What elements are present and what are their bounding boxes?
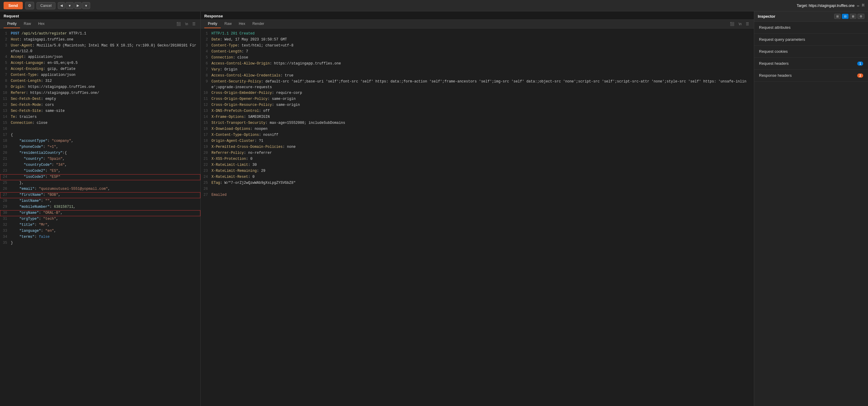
line-num: 14 xyxy=(2,114,11,120)
response-line-22: 22X-RateLimit-Limit: 30 xyxy=(201,162,754,168)
next-dropdown[interactable]: ▼ xyxy=(82,2,90,9)
inspector-item-0[interactable]: Request attributes xyxy=(754,22,868,34)
newline-icon[interactable]: \n xyxy=(184,21,189,27)
response-line-16: 16X-Download-Options: noopen xyxy=(201,126,754,132)
line-num: 8 xyxy=(2,78,11,84)
line-num: 21 xyxy=(2,156,11,162)
line-num: 7 xyxy=(203,67,212,73)
request-line-24: 24 "isoCode3": "ESP" xyxy=(0,174,200,180)
line-content: "firstName": "BOB", xyxy=(11,192,198,198)
line-content: } xyxy=(11,240,198,246)
request-line-28: 28 "lastName": "", xyxy=(0,198,200,204)
tab-request-raw[interactable]: Raw xyxy=(20,20,34,28)
response-line-21: 21X-XSS-Protection: 0 xyxy=(201,156,754,162)
send-button[interactable]: Send xyxy=(4,2,23,9)
line-content: Cross-Origin-Opener-Policy: same-origin xyxy=(212,96,751,102)
inspector-item-4[interactable]: Response headers2 xyxy=(754,69,868,82)
line-num: 2 xyxy=(2,37,11,43)
line-num: 5 xyxy=(203,55,212,61)
request-line-11: 11Sec-Fetch-Dest: empty xyxy=(0,96,200,102)
tab-request-pretty[interactable]: Pretty xyxy=(4,20,20,28)
line-content: "isoCode3": "ESP" xyxy=(11,174,198,180)
nav-dropdown[interactable]: ▼ xyxy=(66,2,74,9)
inspector-item-3[interactable]: Request headers1 xyxy=(754,58,868,69)
toolbar: Send ⚙ Cancel ◀ ▼ ▶ ▼ Target: https://st… xyxy=(0,0,868,11)
prev-button[interactable]: ◀ xyxy=(58,2,65,9)
edit-icon[interactable]: ✏️ xyxy=(857,3,859,8)
tab-response-pretty[interactable]: Pretty xyxy=(204,20,221,28)
line-content: POST /api/v1/auth/register HTTP/1.1 xyxy=(11,31,198,37)
line-content: X-Permitted-Cross-Domain-Policies: none xyxy=(212,144,751,150)
request-line-19: 19 "phoneCode": "+1", xyxy=(0,144,200,150)
more-icon[interactable]: H xyxy=(862,3,864,8)
tab-response-raw[interactable]: Raw xyxy=(221,20,235,28)
tab-response-render[interactable]: Render xyxy=(249,20,268,28)
line-num: 20 xyxy=(203,150,212,156)
request-line-23: 23 "isoCode2": "ES", xyxy=(0,168,200,174)
line-num: 25 xyxy=(2,180,11,186)
inspector-item-1[interactable]: Request query parameters xyxy=(754,34,868,46)
request-line-2: 2Host: stagingapi.truffles.one xyxy=(0,37,200,43)
inspector-view-btn-2[interactable]: ⊟ xyxy=(842,14,848,19)
line-num: 26 xyxy=(2,186,11,192)
target-url-value: https://stagingapi.truffles.one xyxy=(809,4,855,8)
line-content: "terms": false xyxy=(11,234,198,240)
inspector-item-label-2: Request cookies xyxy=(759,49,788,54)
line-num: 23 xyxy=(203,168,212,174)
line-content: Emailed xyxy=(212,192,751,198)
inspector-item-2[interactable]: Request cookies xyxy=(754,46,868,58)
line-content: "orgName": "ORAL-B", xyxy=(11,210,198,216)
next-button[interactable]: ▶ xyxy=(74,2,82,9)
tab-response-hex[interactable]: Hex xyxy=(235,20,249,28)
response-line-18: 18Origin-Agent-Cluster: ?1 xyxy=(201,138,754,144)
line-num: 15 xyxy=(203,120,212,126)
response-line-20: 20Referrer-Policy: no-referrer xyxy=(201,150,754,156)
response-line-19: 19X-Permitted-Cross-Domain-Policies: non… xyxy=(201,144,754,150)
line-num: 32 xyxy=(2,222,11,228)
inspector-item-label-0: Request attributes xyxy=(759,25,791,30)
line-num: 4 xyxy=(2,54,11,60)
line-num: 18 xyxy=(2,138,11,144)
line-content: X-RateLimit-Reset: 0 xyxy=(212,174,751,180)
line-num: 12 xyxy=(2,102,11,108)
response-line-12: 12Cross-Origin-Resource-Policy: same-ori… xyxy=(201,102,754,108)
inspector-header: Inspector ⊞ ⊟ ⊠ ⚙ xyxy=(754,11,868,22)
wordwrap-resp-icon[interactable]: ⬛ xyxy=(729,21,736,27)
toolbar-icons: ✏️ H xyxy=(857,3,864,8)
inspector-item-label-4: Response headers xyxy=(759,73,792,78)
response-line-3: 3Content-Type: text/html; charset=utf-8 xyxy=(201,43,754,49)
line-num: 15 xyxy=(2,120,11,126)
line-content: "phoneCode": "+1", xyxy=(11,144,198,150)
newline-resp-icon[interactable]: \n xyxy=(737,21,743,27)
line-content: "country": "Spain", xyxy=(11,156,198,162)
response-line-7: 7Vary: Origin xyxy=(201,67,754,73)
line-content: Connection: close xyxy=(212,55,751,61)
request-line-31: 31 "orgType": "tech", xyxy=(0,216,200,222)
line-content: Cross-Origin-Resource-Policy: same-origi… xyxy=(212,102,751,108)
menu-resp-icon[interactable]: ☰ xyxy=(745,21,750,27)
line-num: 34 xyxy=(2,234,11,240)
inspector-view-btn-1[interactable]: ⊞ xyxy=(834,14,841,19)
response-line-17: 17X-Content-Type-Options: nosniff xyxy=(201,132,754,138)
response-line-26: 26 xyxy=(201,186,754,192)
menu-icon[interactable]: ☰ xyxy=(191,21,197,27)
settings-button[interactable]: ⚙ xyxy=(25,2,34,9)
line-content: X-Frame-Options: SAMEORIGIN xyxy=(212,114,751,120)
line-num: 13 xyxy=(203,108,212,114)
line-num: 10 xyxy=(203,90,212,96)
line-content: HTTP/1.1 201 Created xyxy=(212,31,751,37)
line-content: ETag: W/"7-orZj2wQzwWAb9gXsLpgZYSVGbZ8" xyxy=(212,180,751,186)
line-content: "residentialCountry":{ xyxy=(11,150,198,156)
response-line-10: 10Cross-Origin-Embedder-Policy: require-… xyxy=(201,90,754,96)
line-content: Content-Type: text/html; charset=utf-8 xyxy=(212,43,751,49)
request-line-14: 14Te: trailers xyxy=(0,114,200,120)
wordwrap-icon[interactable]: ⬛ xyxy=(175,21,182,27)
line-num: 16 xyxy=(203,126,212,132)
inspector-settings[interactable]: ⚙ xyxy=(858,14,864,19)
cancel-button[interactable]: Cancel xyxy=(36,2,55,9)
line-num: 1 xyxy=(2,31,11,37)
inspector-view-btn-3[interactable]: ⊠ xyxy=(850,14,856,19)
tab-request-hex[interactable]: Hex xyxy=(34,20,48,28)
request-line-33: 33 "language": "en", xyxy=(0,228,200,234)
line-content: Access-Control-Allow-Credentials: true xyxy=(212,73,751,79)
